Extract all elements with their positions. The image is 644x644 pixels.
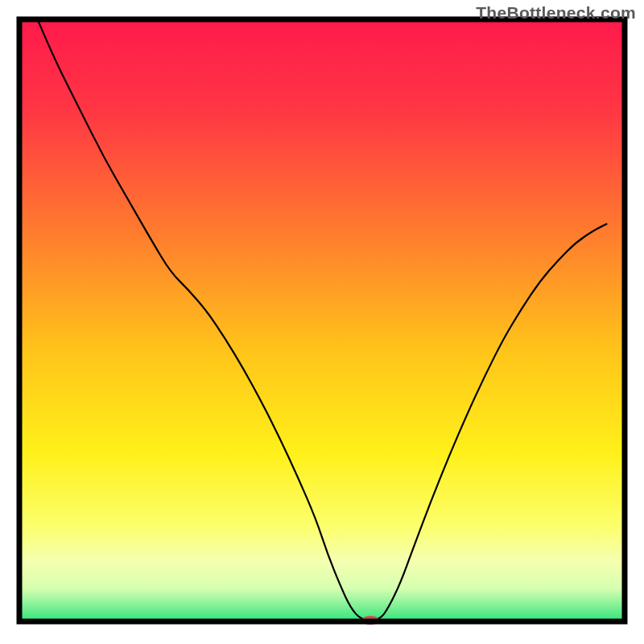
- watermark-text: TheBottleneck.com: [476, 3, 636, 23]
- bottleneck-chart: [0, 0, 644, 644]
- gradient-background: [19, 19, 625, 621]
